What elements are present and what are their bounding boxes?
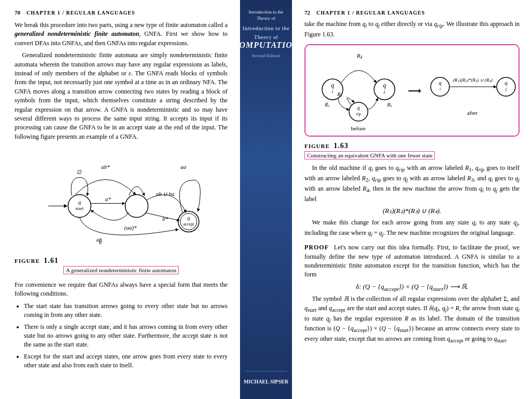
book-author: MICHAEL SIPSER	[244, 379, 288, 384]
svg-text:i: i	[332, 89, 334, 94]
condition-3: Except for the start and accept states, …	[24, 352, 228, 370]
svg-text:q: q	[188, 215, 190, 221]
left-para1: We break this procedure into two parts, …	[15, 21, 228, 48]
svg-text:∅: ∅	[77, 169, 82, 175]
svg-text:q: q	[357, 105, 360, 111]
left-chapter-title: CHAPTER 1 / REGULAR LANGUAGES	[26, 10, 135, 16]
right-page-header: 72 CHAPTER 1 / REGULAR LANGUAGES	[304, 9, 520, 16]
svg-text:start: start	[75, 206, 84, 211]
svg-text:ab: ab	[97, 236, 103, 243]
right-para-change: We make this change for each arrow going…	[304, 218, 520, 239]
svg-text:ab*: ab*	[101, 164, 110, 170]
right-intro: take the machine from qi to qj either di…	[304, 20, 520, 39]
figure-1-61-label: FIGURE 1.61 A generalized nondeterminist…	[15, 257, 228, 274]
fig-before: R4 q i q j q rip	[313, 50, 404, 131]
fig-num-161: 1.61	[44, 257, 59, 264]
figure-label-163: FIGURE 1.63	[304, 142, 520, 150]
proof-label: PROOF	[304, 244, 329, 251]
svg-text:q: q	[331, 82, 334, 89]
proof-para: PROOF Let's now carry out this idea form…	[304, 243, 520, 280]
svg-text:j: j	[505, 87, 507, 91]
right-chapter-title: CHAPTER 1 / REGULAR LANGUAGES	[316, 10, 425, 16]
svg-text:q: q	[504, 79, 508, 86]
svg-text:q: q	[438, 79, 442, 86]
after-label: after	[467, 110, 477, 116]
fig-caption-161: A generalized nondeterministic finite au…	[63, 266, 179, 274]
svg-text:R4: R4	[356, 52, 363, 60]
right-page-number: 72	[304, 9, 310, 16]
left-page-header: 70 CHAPTER 1 / REGULAR LANGUAGES	[15, 9, 228, 16]
svg-point-4	[125, 195, 148, 218]
svg-text:R1: R1	[324, 102, 330, 108]
fig-num-163: 1.63	[334, 142, 349, 150]
convenience-text: For convenience we require that GNFAs al…	[15, 281, 228, 299]
svg-text:ab ∪ ba: ab ∪ ba	[156, 191, 175, 197]
book-intro-line: Introduction to the Theory of	[242, 9, 290, 21]
svg-text:aa: aa	[181, 164, 187, 170]
svg-text:R3: R3	[387, 102, 392, 108]
conditions-list: The start state has transition arrows go…	[24, 302, 228, 370]
transition-arrow: ⟶	[408, 85, 421, 97]
left-page: 70 CHAPTER 1 / REGULAR LANGUAGES We brea…	[0, 0, 240, 399]
figure-label-161: FIGURE 1.61	[15, 257, 228, 265]
svg-text:q: q	[78, 199, 81, 205]
left-page-number: 70	[15, 9, 20, 16]
page-container: 70 CHAPTER 1 / REGULAR LANGUAGES We brea…	[0, 0, 532, 399]
formula-2: δ: (Q − {qaccept}) × (Q − {qstart}) ⟶ ℝ.	[304, 283, 520, 292]
svg-text:b*: b*	[163, 216, 169, 222]
book-intro-small: Introduction to the Theory of	[243, 25, 289, 40]
gnfa-term: generalized nondeterministic finite auto…	[15, 30, 139, 37]
left-para2: Generalized nondeterministic finite auto…	[15, 51, 228, 141]
book-divider	[245, 371, 287, 371]
svg-text:(aa)*: (aa)*	[124, 224, 137, 231]
symbol-para: The symbol ℝ is the collection of all re…	[304, 295, 520, 345]
svg-text:(R1)(R2)*(R3) ∪ (R4): (R1)(R2)*(R3) ∪ (R4)	[453, 77, 493, 83]
figure-1-61-area: q start q accept a* ab*	[15, 148, 228, 274]
right-page: 72 CHAPTER 1 / REGULAR LANGUAGES take th…	[292, 0, 532, 399]
after-diagram: q i q j (R1)(R2)*(R3) ∪ (R4)	[425, 66, 519, 108]
condition-2: There is only a single accept state, and…	[24, 323, 228, 350]
figure-1-63-box: R4 q i q j q rip	[304, 44, 520, 137]
svg-text:accept: accept	[183, 222, 194, 227]
before-label: before	[351, 125, 365, 131]
figure-163-label-row: FIGURE 1.63 Constructing an equivalent G…	[304, 142, 520, 159]
fig-after: q i q j (R1)(R2)*(R3) ∪ (R4)	[425, 66, 519, 116]
formula-1: (R₁)(R₂)*(R₃) ∪ (R₄).	[304, 207, 520, 215]
svg-text:q: q	[383, 82, 386, 89]
condition-1: The start state has transition arrows go…	[24, 302, 228, 320]
svg-text:R2: R2	[337, 91, 342, 98]
book-computation: COMPUTATION	[233, 41, 299, 49]
fig-1-63-row: R4 q i q j q rip	[313, 50, 511, 131]
svg-text:rip: rip	[356, 112, 361, 116]
book-spine: Introduction to the Theory of Introducti…	[240, 0, 292, 399]
svg-text:j: j	[383, 89, 385, 94]
right-para-old: In the old machine if qi goes to qrip wi…	[304, 164, 520, 204]
svg-text:i: i	[440, 87, 441, 91]
book-main-title: Introduction to the Theory of COMPUTATIO…	[233, 23, 299, 50]
before-diagram: R4 q i q j q rip	[313, 50, 404, 123]
svg-text:a*: a*	[105, 196, 112, 202]
book-edition: Second Edition	[251, 53, 280, 58]
gnfa-diagram: q start q accept a* ab*	[38, 148, 204, 251]
fig-caption-163: Constructing an equivalent GNFA with one…	[304, 151, 435, 159]
